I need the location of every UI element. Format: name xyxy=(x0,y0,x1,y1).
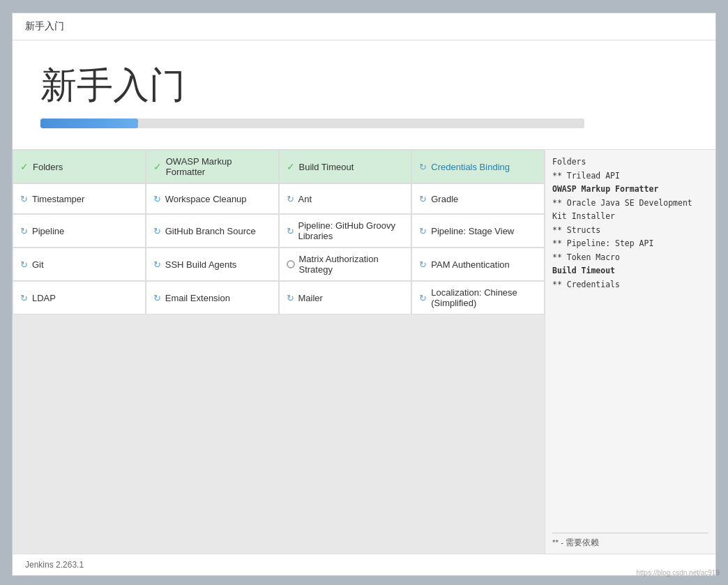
plugin-cell: ↻Ant xyxy=(279,183,412,214)
refresh-icon: ↻ xyxy=(287,194,294,204)
plugin-name: Pipeline: Stage View xyxy=(431,226,514,236)
plugin-cell: ↻Mailer xyxy=(279,281,412,314)
refresh-icon: ↻ xyxy=(419,259,427,270)
title-bar: 新手入门 xyxy=(13,13,715,40)
refresh-icon: ↻ xyxy=(20,293,28,303)
refresh-icon: ↻ xyxy=(287,226,294,236)
sidebar-line: Folders xyxy=(552,155,708,169)
plugin-cell: ↻Credentials Binding xyxy=(411,150,545,183)
sidebar-line: ** Credentials xyxy=(552,278,708,292)
plugin-cell: ↻Pipeline xyxy=(13,214,146,248)
plugin-cell: ↻Gradle xyxy=(411,183,545,214)
plugin-cell: ✓Folders xyxy=(13,150,146,183)
refresh-icon: ↻ xyxy=(153,194,161,204)
plugin-cell: ↻LDAP xyxy=(13,281,146,314)
plugin-cell: ↻Git xyxy=(13,248,146,281)
plugin-name: SSH Build Agents xyxy=(165,259,237,270)
sidebar-line: ** Trilead API xyxy=(552,169,708,183)
progress-bar-container xyxy=(40,119,584,128)
hero-title: 新手入门 xyxy=(40,61,185,110)
plugin-name: Ant xyxy=(298,194,312,204)
plugin-cell: ↻Email Extension xyxy=(146,281,279,314)
sidebar-line: Build Timeout xyxy=(552,264,708,278)
plugin-name: Matrix Authorization Strategy xyxy=(299,254,404,275)
pending-icon xyxy=(287,260,295,268)
sidebar-line: ** Token Macro xyxy=(552,251,708,265)
refresh-icon: ↻ xyxy=(20,226,28,236)
plugin-name: Localization: Chinese (Simplified) xyxy=(431,287,537,308)
plugin-name: Pipeline: GitHub Groovy Libraries xyxy=(298,220,404,241)
plugin-name: Timestamper xyxy=(32,194,84,204)
plugin-cell: ↻Timestamper xyxy=(13,183,146,214)
refresh-icon: ↻ xyxy=(287,293,294,303)
refresh-icon: ↻ xyxy=(419,293,427,303)
sidebar-footer: ** - 需要依赖 xyxy=(552,533,708,548)
plugin-name: Mailer xyxy=(298,293,323,303)
plugin-name: Folders xyxy=(33,162,63,172)
plugin-cell: ↻GitHub Branch Source xyxy=(146,214,279,248)
plugin-cell: ✓Build Timeout xyxy=(279,150,412,183)
refresh-icon: ↻ xyxy=(419,226,427,236)
sidebar-content: Folders** Trilead APIOWASP Markup Format… xyxy=(552,155,708,530)
plugin-cell: ↻Pipeline: GitHub Groovy Libraries xyxy=(279,214,412,248)
plugin-name: Build Timeout xyxy=(299,162,354,172)
plugin-cell: ↻PAM Authentication xyxy=(411,248,545,281)
hero-section: 新手入门 xyxy=(13,40,715,150)
plugin-name: Workspace Cleanup xyxy=(165,194,247,204)
check-icon: ✓ xyxy=(20,161,29,172)
plugin-name: OWASP Markup Formatter xyxy=(166,156,271,177)
plugin-cell: ✓OWASP Markup Formatter xyxy=(146,150,279,183)
plugin-name: GitHub Branch Source xyxy=(165,226,256,236)
plugin-name: Gradle xyxy=(431,194,458,204)
plugin-name: Git xyxy=(32,259,44,270)
refresh-icon: ↻ xyxy=(20,259,28,270)
refresh-icon: ↻ xyxy=(153,293,161,303)
plugin-cell: ↻SSH Build Agents xyxy=(146,248,279,281)
check-icon: ✓ xyxy=(153,161,162,172)
bottom-bar: Jenkins 2.263.1 xyxy=(13,554,715,575)
main-window: 新手入门 新手入门 ✓Folders✓OWASP Markup Formatte… xyxy=(12,13,716,576)
plugins-grid: ✓Folders✓OWASP Markup Formatter✓Build Ti… xyxy=(13,150,545,554)
refresh-icon: ↻ xyxy=(153,259,161,270)
empty-area xyxy=(13,314,545,554)
refresh-icon: ↻ xyxy=(419,162,427,172)
refresh-icon: ↻ xyxy=(20,194,28,204)
sidebar-line: ** Pipeline: Step API xyxy=(552,237,708,251)
refresh-icon: ↻ xyxy=(153,226,161,236)
plugin-cell: ↻Localization: Chinese (Simplified) xyxy=(411,281,545,314)
plugin-cell: ↻Pipeline: Stage View xyxy=(411,214,545,248)
progress-bar-fill xyxy=(40,119,138,128)
plugin-name: Pipeline xyxy=(32,226,64,236)
plugin-cell: ↻Workspace Cleanup xyxy=(146,183,279,214)
sidebar-line: ** Oracle Java SE Development Kit Instal… xyxy=(552,197,708,224)
sidebar: Folders** Trilead APIOWASP Markup Format… xyxy=(545,150,715,554)
refresh-icon: ↻ xyxy=(419,194,427,204)
plugin-name: LDAP xyxy=(32,293,56,303)
version-label: Jenkins 2.263.1 xyxy=(25,560,84,570)
sidebar-line: OWASP Markup Formatter xyxy=(552,183,708,197)
plugins-table: ✓Folders✓OWASP Markup Formatter✓Build Ti… xyxy=(13,150,545,314)
window-title: 新手入门 xyxy=(25,20,64,31)
sidebar-line: ** Structs xyxy=(552,224,708,238)
plugin-cell: Matrix Authorization Strategy xyxy=(279,248,412,281)
plugin-name: PAM Authentication xyxy=(431,259,510,270)
check-icon: ✓ xyxy=(287,161,295,172)
plugin-name: Credentials Binding xyxy=(431,162,510,172)
content-area: ✓Folders✓OWASP Markup Formatter✓Build Ti… xyxy=(13,150,715,554)
plugin-name: Email Extension xyxy=(165,293,230,303)
